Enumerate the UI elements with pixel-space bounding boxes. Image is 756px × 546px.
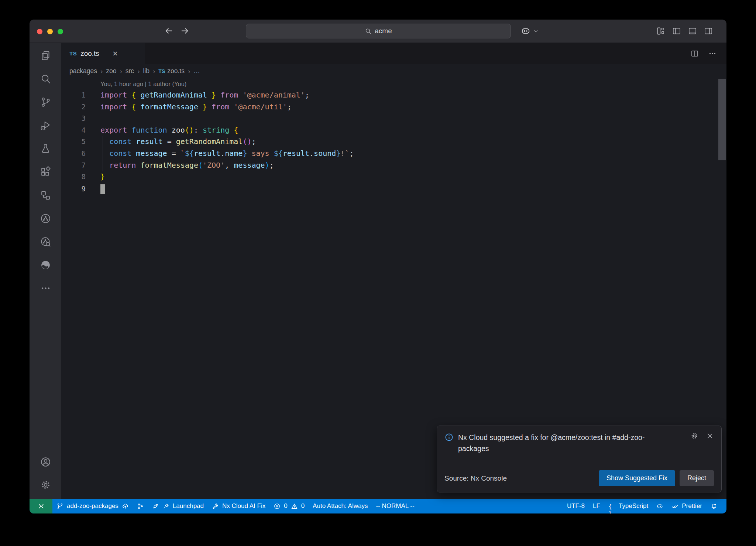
references-icon: [40, 190, 51, 201]
graph-circle-icon: [40, 213, 51, 224]
double-check-icon: [671, 503, 678, 510]
code-text: return formatMessage('ZOO', message);: [100, 160, 274, 171]
sidebar-item-settings[interactable]: [37, 476, 54, 494]
breadcrumb-item[interactable]: src: [126, 67, 134, 75]
notification-close-icon[interactable]: [706, 432, 714, 440]
toggle-panel-left-icon[interactable]: [672, 26, 681, 36]
sidebar-item-edge-devtools[interactable]: [37, 256, 54, 274]
sidebar-item-accounts[interactable]: [37, 453, 54, 471]
statusbar-vim-mode[interactable]: -- NORMAL --: [372, 499, 418, 513]
vscode-window: acme TS zoo.ts ×: [30, 20, 726, 513]
statusbar-auto-attach[interactable]: Auto Attach: Always: [309, 499, 372, 513]
code-line-1[interactable]: 1import { getRandomAnimal } from '@acme/…: [61, 89, 726, 101]
ts-file-icon: TS: [158, 68, 165, 74]
line-number: 8: [61, 171, 100, 183]
sidebar-item-search[interactable]: [37, 70, 54, 88]
sidebar-item-more-views[interactable]: [37, 279, 54, 297]
code-text: const result = getRandomAnimal();: [100, 136, 256, 148]
statusbar-copilot-status[interactable]: [652, 499, 667, 513]
indent-guide: [103, 136, 103, 171]
breadcrumb-label: zoo.ts: [167, 67, 185, 75]
breadcrumb-label: packages: [69, 67, 97, 75]
toggle-panel-bottom-icon[interactable]: [688, 26, 697, 36]
statusbar-label: Prettier: [682, 502, 702, 510]
code-line-4[interactable]: 4export function zoo(): string {: [61, 124, 726, 136]
breadcrumb-item[interactable]: …: [193, 67, 200, 75]
statusbar-label: -- NORMAL --: [376, 502, 414, 510]
minimize-window-button[interactable]: [47, 29, 53, 34]
reject-button[interactable]: Reject: [680, 470, 714, 486]
statusbar-label: TypeScript: [619, 502, 648, 510]
breadcrumb-item[interactable]: TSzoo.ts: [158, 67, 185, 75]
editor-scrollbar[interactable]: [718, 79, 726, 160]
search-value: acme: [375, 27, 392, 35]
toggle-panel-right-icon[interactable]: [704, 26, 713, 36]
notification-settings-gear-icon[interactable]: [690, 432, 698, 440]
code-text: import { formatMessage } from '@acme/uti…: [100, 101, 292, 113]
code-text: }: [100, 171, 105, 183]
line-number: 1: [61, 89, 100, 101]
plug-icon: [162, 503, 169, 510]
breadcrumb-item[interactable]: zoo: [106, 67, 116, 75]
sidebar-item-run-debug[interactable]: [37, 116, 54, 134]
copilot-icon: [520, 26, 531, 36]
statusbar-launchpad[interactable]: Launchpad: [148, 499, 208, 513]
tab-title: zoo.ts: [80, 50, 99, 58]
statusbar-problems[interactable]: 00: [269, 499, 309, 513]
code-line-2[interactable]: 2import { formatMessage } from '@acme/ut…: [61, 101, 726, 113]
zoom-window-button[interactable]: [58, 29, 63, 34]
code-line-8[interactable]: 8}: [61, 171, 726, 183]
breadcrumb-label: zoo: [106, 67, 116, 75]
statusbar-eol[interactable]: LF: [589, 499, 604, 513]
breadcrumb-item[interactable]: packages: [69, 67, 97, 75]
more-actions-icon[interactable]: [708, 49, 717, 58]
arrow-right-icon[interactable]: [180, 26, 190, 36]
layout-controls: [656, 26, 713, 36]
sidebar-item-nx-project-graph[interactable]: [37, 233, 54, 250]
copilot-menu[interactable]: [520, 26, 539, 36]
sidebar-item-references[interactable]: [37, 186, 54, 204]
code-line-5[interactable]: 5 const result = getRandomAnimal();: [61, 136, 726, 148]
code-text: import { getRandomAnimal } from '@acme/a…: [100, 89, 309, 101]
statusbar-label: UTF-8: [567, 502, 585, 510]
statusbar-label: Launchpad: [173, 502, 204, 510]
split-editor-icon[interactable]: [690, 49, 699, 58]
commit-graph-icon: [137, 503, 144, 510]
statusbar-commit-graph[interactable]: [133, 499, 148, 513]
close-tab-icon[interactable]: ×: [113, 49, 118, 58]
code-line-3[interactable]: 3: [61, 113, 726, 124]
code-line-6[interactable]: 6 const message = `${result.name} says $…: [61, 148, 726, 160]
command-center-search[interactable]: acme: [246, 24, 511, 38]
statusbar-language[interactable]: { }TypeScript: [604, 499, 652, 513]
statusbar-git-branch[interactable]: add-zoo-packages: [52, 499, 133, 513]
statusbar-label: LF: [593, 502, 600, 510]
code-line-7[interactable]: 7 return formatMessage('ZOO', message);: [61, 160, 726, 171]
sidebar-item-testing[interactable]: [37, 140, 54, 157]
tab-bar: TS zoo.ts ×: [61, 43, 726, 64]
code-line-9[interactable]: 9: [61, 183, 726, 195]
sidebar-item-extensions[interactable]: [37, 163, 54, 181]
search-icon: [40, 73, 51, 85]
sidebar-item-explorer[interactable]: [37, 47, 54, 64]
sidebar-item-source-control[interactable]: [37, 93, 54, 111]
line-number: 9: [61, 183, 100, 195]
arrow-left-icon[interactable]: [164, 26, 174, 36]
statusbar-encoding[interactable]: UTF-8: [563, 499, 589, 513]
close-window-button[interactable]: [37, 29, 42, 34]
wrench-icon: [212, 503, 219, 510]
show-suggested-fix-button[interactable]: Show Suggested Fix: [599, 470, 675, 486]
debug-icon: [40, 120, 51, 131]
more-icon: [40, 283, 51, 294]
statusbar-nx-cloud-ai-fix[interactable]: Nx Cloud AI Fix: [208, 499, 269, 513]
statusbar-remote-indicator[interactable]: [30, 499, 52, 513]
statusbar-prettier[interactable]: Prettier: [667, 499, 706, 513]
tab-zoo-ts[interactable]: TS zoo.ts ×: [61, 43, 145, 64]
edge-icon: [40, 259, 51, 271]
account-icon: [40, 456, 51, 468]
breadcrumb-item[interactable]: lib: [143, 67, 150, 75]
chevron-right-icon: ›: [153, 67, 155, 75]
customize-layout-icon[interactable]: [656, 26, 666, 36]
statusbar-notifications[interactable]: [706, 499, 721, 513]
code-text: const message = `${result.name} says ${r…: [100, 148, 354, 160]
sidebar-item-nx-console[interactable]: [37, 209, 54, 227]
